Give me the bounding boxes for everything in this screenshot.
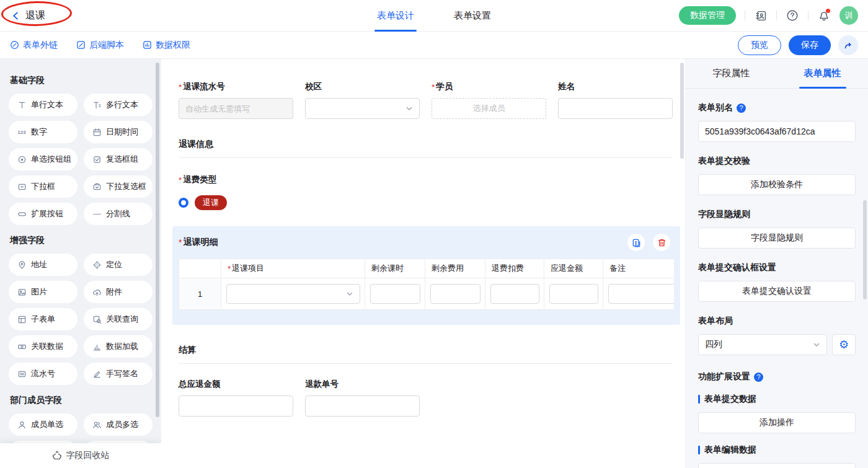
sidebar-item-日期时间[interactable]: 日期时间	[84, 121, 153, 143]
cell-input-剩余费用[interactable]	[430, 284, 480, 304]
avatar[interactable]: 训	[839, 6, 858, 25]
canvas-scrollbar[interactable]	[680, 63, 684, 159]
sidebar-item-图片[interactable]: 图片	[9, 281, 78, 303]
divider-icon	[92, 209, 102, 219]
sidebar-scrollbar[interactable]	[156, 63, 159, 417]
subform-refund-detail[interactable]: 退课明细 退课项目剩余课时剩余费用退费扣费应退金额备注1	[172, 226, 680, 325]
sidebar-item-label: 数据加载	[106, 341, 138, 352]
layout-settings-gear-button[interactable]: ⚙	[832, 334, 856, 355]
form-external-link[interactable]: 表单外链	[10, 40, 58, 51]
script-icon-label: 后端脚本	[89, 40, 124, 51]
app-header: 退课 表单设计 表单设置 数据管理 训	[0, 0, 868, 32]
form-layout-select[interactable]: 四列	[698, 334, 827, 355]
address-icon	[17, 260, 27, 270]
table-cell	[425, 278, 485, 309]
data-manage-button[interactable]: 数据管理	[679, 6, 736, 25]
edit-data-label: 表单编辑数据	[698, 444, 856, 456]
sidebar-item-成员单选[interactable]: 成员单选	[9, 413, 78, 436]
name-input[interactable]	[558, 98, 673, 119]
sidebar-item-label: 数字	[31, 126, 47, 138]
delete-subform-button[interactable]	[653, 234, 670, 251]
back-area[interactable]: 退课	[0, 9, 260, 22]
sidebar-item-定位[interactable]: 定位	[84, 254, 153, 276]
signature-icon	[92, 369, 102, 379]
divider	[776, 11, 777, 20]
refund-order-input[interactable]	[305, 395, 420, 417]
sidebar-item-手写签名[interactable]: 手写签名	[84, 363, 153, 385]
panel-scrollbar[interactable]	[863, 200, 867, 299]
sidebar-item-下拉框[interactable]: 下拉框	[9, 175, 78, 198]
preview-button[interactable]: 预览	[738, 35, 781, 55]
tab-form-settings[interactable]: 表单设置	[451, 0, 494, 32]
location-icon	[92, 260, 102, 270]
submit-data-add-button[interactable]: 添加操作	[698, 412, 856, 433]
sidebar-item-单选按钮组[interactable]: 单选按钮组	[9, 148, 78, 170]
datetime-icon	[92, 127, 102, 137]
sidebar-item-分割线[interactable]: 分割线	[84, 203, 153, 225]
copy-subform-button[interactable]	[627, 234, 645, 251]
submit-confirm-label: 表单提交确认框设置	[698, 262, 856, 273]
sidebar-item-成员多选[interactable]: 成员多选	[84, 413, 153, 436]
sidebar-item-地址[interactable]: 地址	[9, 254, 78, 276]
cell-input-应退金额[interactable]	[549, 284, 598, 304]
sidebar-section-title: 部门成员字段	[10, 395, 153, 406]
tab-form-properties[interactable]: 表单属性	[777, 59, 868, 88]
sidebar-item-流水号[interactable]: 流水号	[9, 363, 78, 385]
field-visibility-button[interactable]: 字段显隐规则	[698, 227, 856, 249]
sidebar-item-关联数据[interactable]: 关联数据	[9, 335, 78, 358]
form-alias-input[interactable]	[698, 121, 856, 142]
sidebar-item-单行文本[interactable]: 单行文本	[9, 94, 78, 116]
section-title-refund-info: 退课信息	[179, 139, 673, 150]
divider	[808, 11, 808, 20]
field-student: 学员 选择成员	[432, 81, 546, 119]
share-button[interactable]	[838, 35, 858, 55]
back-icon[interactable]	[11, 11, 20, 20]
contacts-icon[interactable]	[754, 9, 768, 22]
sidebar-item-扩展按钮[interactable]: 扩展按钮	[9, 203, 78, 225]
help-icon[interactable]: ?	[754, 373, 763, 382]
backend-script-link[interactable]: 后端脚本	[76, 40, 124, 51]
cell-select-退课项目[interactable]	[226, 284, 360, 304]
tab-field-properties[interactable]: 字段属性	[686, 59, 777, 88]
table-cell	[603, 278, 674, 309]
submit-validation-label: 表单提交校验	[698, 156, 856, 167]
field-label: 校区	[305, 81, 420, 92]
submit-confirm-button[interactable]: 表单提交确认设置	[698, 281, 856, 302]
sidebar-item-复选框组[interactable]: 复选框组	[84, 148, 153, 170]
notification-bell-icon[interactable]	[817, 9, 831, 22]
field-recycle-bin[interactable]: 字段回收站	[0, 443, 161, 468]
recycle-bin-label: 字段回收站	[66, 450, 110, 461]
page-title: 退课	[25, 9, 45, 22]
text-single-icon	[17, 100, 27, 110]
sidebar-item-关联查询[interactable]: 关联查询	[84, 308, 153, 330]
sidebar-item-子表单[interactable]: 子表单	[9, 308, 78, 330]
total-refund-input[interactable]	[179, 395, 293, 417]
add-validation-button[interactable]: 添加校验条件	[698, 174, 856, 195]
sidebar-item-数字[interactable]: 123数字	[9, 121, 78, 143]
sidebar-item-多行文本[interactable]: 多行文本	[84, 94, 153, 116]
serial-number-input[interactable]	[179, 98, 293, 119]
column-header-剩余课时: 剩余课时	[365, 259, 425, 278]
help-icon[interactable]: ?	[737, 104, 746, 113]
data-permission-link[interactable]: 数据权限	[143, 40, 190, 51]
select-member-button[interactable]: 选择成员	[432, 98, 546, 119]
column-header-退费扣费: 退费扣费	[485, 259, 544, 278]
sidebar-item-数据加载[interactable]: 数据加载	[84, 335, 153, 358]
edit-data-add-button[interactable]: 添加操作	[698, 463, 856, 468]
sidebar-item-下拉复选框[interactable]: 下拉复选框	[84, 175, 153, 198]
sidebar-item-附件[interactable]: 附件	[84, 281, 153, 303]
campus-select[interactable]	[305, 98, 420, 119]
sidebar-item-label: 手写签名	[106, 368, 138, 379]
cell-input-剩余课时[interactable]	[370, 284, 420, 304]
permission-icon-label: 数据权限	[156, 40, 190, 51]
refund-type-radio-selected[interactable]	[179, 198, 188, 208]
cell-input-备注[interactable]	[608, 284, 675, 304]
tab-form-design[interactable]: 表单设计	[374, 0, 417, 32]
cell-input-退费扣费[interactable]	[490, 284, 539, 304]
section-divider	[179, 157, 673, 158]
save-button[interactable]: 保存	[789, 35, 831, 55]
help-icon[interactable]	[786, 9, 799, 22]
sidebar-item-label: 成员单选	[31, 419, 63, 430]
refund-type-badge[interactable]: 退课	[195, 195, 227, 210]
subform-icon	[17, 314, 27, 324]
